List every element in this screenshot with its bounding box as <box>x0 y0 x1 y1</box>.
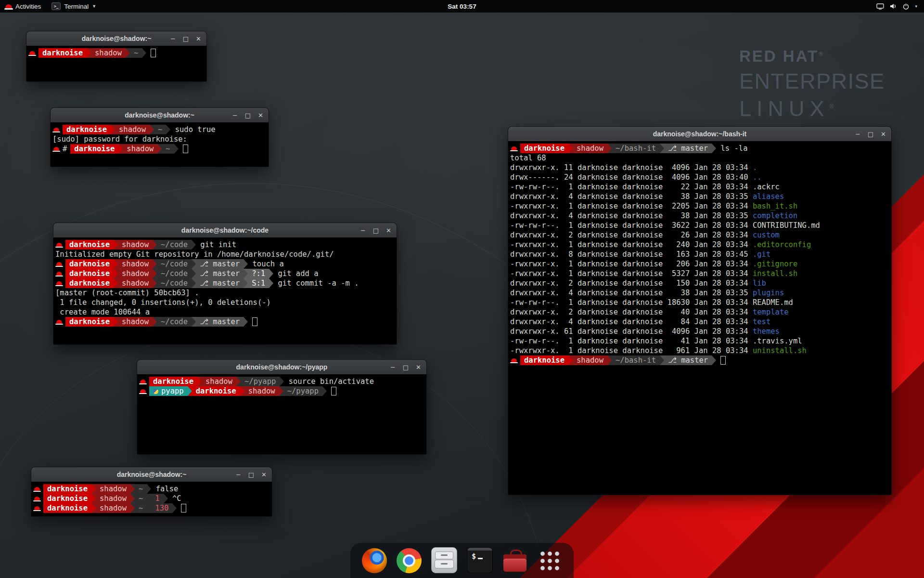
window-titlebar[interactable]: darknoise@shadow:~/code−□✕ <box>53 223 397 238</box>
terminal-line: -rwxrwxr-x. 1 darknoise darknoise 2205 J… <box>510 201 889 211</box>
prompt-segment-host: shadow <box>118 269 153 278</box>
output-text: -rw-rw-r--. 1 darknoise darknoise 18630 … <box>510 298 793 307</box>
window-close-button[interactable]: ✕ <box>258 112 263 118</box>
window-close-button[interactable]: ✕ <box>386 227 391 234</box>
terminal-window[interactable]: darknoise@shadow:~/bash-it−□✕darknoisesh… <box>508 126 892 495</box>
power-icon <box>902 3 910 10</box>
prompt-segment-path: ~/bash-it <box>612 144 660 153</box>
powerline-arrow-icon <box>192 278 196 288</box>
dock <box>350 543 574 578</box>
prompt-segment-err: 130 <box>151 503 172 513</box>
app-menu-label: Terminal <box>64 3 89 10</box>
window-close-button[interactable]: ✕ <box>196 36 201 42</box>
output-text: install.sh <box>753 269 797 278</box>
terminal-line: darknoiseshadow~/code git init <box>55 240 395 250</box>
output-text: bash_it.sh <box>753 201 797 211</box>
python-icon <box>153 389 158 394</box>
prompt-segment-git: ⎇ master <box>196 269 244 278</box>
window-titlebar[interactable]: darknoise@shadow:~−□✕ <box>31 467 272 482</box>
terminal-content[interactable]: darknoiseshadow~ <box>26 46 206 81</box>
terminal-line: drwxrwxr-x. 4 darknoise darknoise 38 Jan… <box>510 192 889 201</box>
terminal-content[interactable]: darknoiseshadow~ sudo true[sudo] passwor… <box>51 122 269 167</box>
powerline-arrow-icon <box>153 240 157 250</box>
terminal-content[interactable]: darknoiseshadow~ falsedarknoiseshadow~1 … <box>31 482 272 516</box>
window-maximize-button[interactable]: □ <box>245 112 251 118</box>
terminal-icon[interactable] <box>467 547 493 573</box>
powerline-arrow-icon <box>192 269 196 278</box>
redhat-prompt-icon <box>140 389 146 393</box>
window-minimize-button[interactable]: − <box>170 36 176 42</box>
powerline-arrow-icon <box>153 259 157 269</box>
powerline-arrow-icon <box>322 386 327 396</box>
powerline-arrow-icon <box>91 494 96 503</box>
terminal-window[interactable]: darknoise@shadow:~/pyapp−□✕darknoiseshad… <box>137 359 427 455</box>
prompt-segment-host: shadow <box>123 144 157 154</box>
prompt-segment-host: shadow <box>244 386 279 396</box>
window-minimize-button[interactable]: − <box>236 472 241 478</box>
terminal-line: Initialized empty Git repository in /hom… <box>55 250 395 259</box>
desktop: RED HAT® ENTERPRISE LINUX® Activities >_… <box>0 0 924 578</box>
window-minimize-button[interactable]: − <box>360 227 366 234</box>
window-titlebar[interactable]: darknoise@shadow:~/pyapp−□✕ <box>137 360 426 375</box>
system-status-area[interactable]: ▾ <box>873 0 921 13</box>
terminal-line: darknoiseshadow~/pyapp source bin/activa… <box>139 377 424 386</box>
output-text: custom <box>753 230 780 240</box>
output-text: uninstall.sh <box>753 346 807 355</box>
toolbox-icon[interactable] <box>502 548 527 573</box>
terminal-window[interactable]: darknoise@shadow:~−□✕darknoiseshadow~ <box>26 31 207 82</box>
window-titlebar[interactable]: darknoise@shadow:~−□✕ <box>51 108 269 123</box>
window-minimize-button[interactable]: − <box>855 131 860 137</box>
output-text: drwxrwxr-x. 4 darknoise darknoise 38 Jan… <box>510 211 753 221</box>
firefox-icon[interactable] <box>362 548 387 573</box>
app-menu[interactable]: >_ Terminal ▼ <box>46 0 102 13</box>
appgrid-icon[interactable] <box>537 548 562 573</box>
window-close-button[interactable]: ✕ <box>261 472 267 478</box>
terminal-window[interactable]: darknoise@shadow:~−□✕darknoiseshadow~ su… <box>50 107 269 167</box>
files-icon[interactable] <box>431 547 457 573</box>
output-text: . <box>753 163 757 172</box>
redhat-prompt-icon <box>53 128 59 131</box>
terminal-window[interactable]: darknoise@shadow:~−□✕darknoiseshadow~ fa… <box>31 467 272 517</box>
powerline-arrow-icon <box>150 125 154 134</box>
terminal-line: -rwxrwxr-x. 1 darknoise darknoise 240 Ja… <box>510 240 889 250</box>
window-minimize-button[interactable]: − <box>390 364 396 370</box>
powerline-arrow-icon <box>130 484 135 494</box>
window-close-button[interactable]: ✕ <box>881 131 886 137</box>
window-close-button[interactable]: ✕ <box>416 364 421 370</box>
window-maximize-button[interactable]: □ <box>868 131 873 137</box>
powerline-arrow-icon <box>244 278 248 288</box>
prompt-segment-git: ⎇ master <box>664 144 712 153</box>
output-text: [sudo] password for darknoise: <box>52 134 192 144</box>
powerline-arrow-icon <box>126 48 130 58</box>
terminal-content[interactable]: darknoiseshadow~/bash-it⎇ master ls -lat… <box>508 141 891 495</box>
chevron-down-icon: ▼ <box>92 4 96 9</box>
window-titlebar[interactable]: darknoise@shadow:~/bash-it−□✕ <box>508 127 891 142</box>
prompt-segment-path: ~/code <box>157 259 192 269</box>
output-text: .git <box>753 250 770 259</box>
window-maximize-button[interactable]: □ <box>373 227 379 234</box>
terminal-content[interactable]: darknoiseshadow~/code git initInitialize… <box>53 237 397 344</box>
prompt-segment-user: darknoise <box>65 269 114 278</box>
redhat-prompt-icon <box>56 272 62 276</box>
redhat-prompt-icon <box>56 320 62 324</box>
clock[interactable]: Sat 03:57 <box>448 3 476 10</box>
window-minimize-button[interactable]: − <box>232 112 238 118</box>
prompt-segment-gits: S:1 <box>248 278 269 288</box>
output-text: drwxrwxr-x. 2 darknoise darknoise 40 Jan… <box>510 307 753 317</box>
powerline-arrow-icon <box>244 259 248 269</box>
chrome-icon[interactable] <box>397 548 422 573</box>
command-text: ls -la <box>716 144 747 153</box>
activities-button[interactable]: Activities <box>0 0 46 13</box>
terminal-line: drwxrwxr-x. 2 darknoise darknoise 40 Jan… <box>510 307 889 317</box>
window-maximize-button[interactable]: □ <box>403 364 409 370</box>
powerline-arrow-icon <box>192 240 196 250</box>
terminal-window[interactable]: darknoise@shadow:~/code−□✕darknoiseshado… <box>53 223 397 345</box>
window-titlebar[interactable]: darknoise@shadow:~−□✕ <box>26 31 206 46</box>
terminal-line: drwxrwxr-x. 2 darknoise darknoise 150 Ja… <box>510 278 889 288</box>
window-maximize-button[interactable]: □ <box>248 472 254 478</box>
terminal-line: -rw-rw-r--. 1 darknoise darknoise 22 Jan… <box>510 182 889 192</box>
terminal-content[interactable]: darknoiseshadow~/pyapp source bin/activa… <box>137 374 426 454</box>
powerline-arrow-icon <box>568 144 573 153</box>
window-maximize-button[interactable]: □ <box>183 36 189 42</box>
powerline-arrow-icon <box>172 503 177 513</box>
